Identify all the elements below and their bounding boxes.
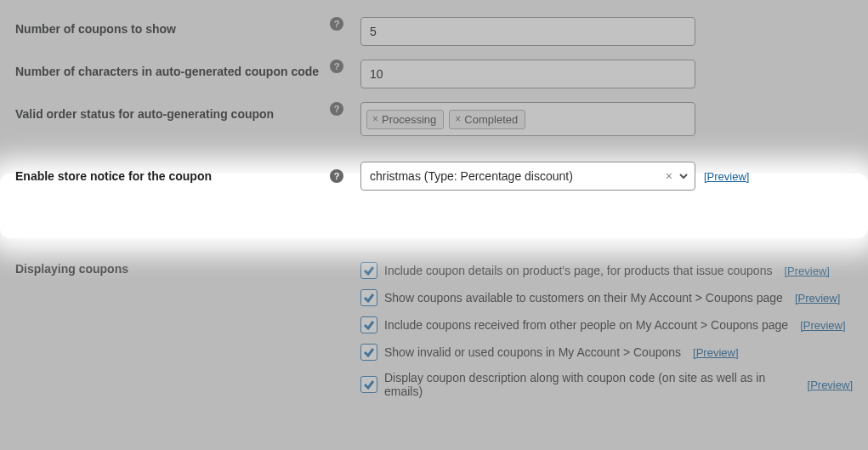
displaying-option-row: Show invalid or used coupons in My Accou… — [360, 339, 853, 366]
displaying-option-label: Include coupons received from other peop… — [384, 318, 788, 332]
help-icon[interactable]: ? — [330, 169, 343, 183]
num-chars-input[interactable] — [360, 60, 695, 88]
displaying-option-row: Include coupons received from other peop… — [360, 311, 853, 339]
displaying-option-label: Show coupons available to customers on t… — [384, 291, 783, 305]
status-tag[interactable]: ×Completed — [449, 110, 525, 129]
chevron-down-icon[interactable] — [678, 170, 689, 182]
label-store-notice: Enable store notice for the coupon — [15, 169, 212, 183]
status-tag[interactable]: ×Processing — [366, 110, 444, 129]
displaying-checkbox[interactable] — [360, 262, 377, 279]
store-notice-preview-link[interactable]: [Preview] — [704, 170, 749, 183]
help-icon[interactable]: ? — [330, 102, 343, 116]
remove-icon[interactable]: × — [455, 113, 461, 125]
store-notice-select[interactable]: christmas (Type: Percentage discount) × — [360, 162, 695, 191]
displaying-preview-link[interactable]: [Preview] — [693, 346, 738, 359]
displaying-option-row: Include coupon details on product's page… — [360, 257, 853, 284]
displaying-option-label: Include coupon details on product's page… — [384, 264, 772, 277]
displaying-option-row: Show coupons available to customers on t… — [360, 284, 853, 311]
displaying-option-label: Display coupon description along with co… — [384, 371, 796, 398]
label-valid-status: Valid order status for auto-generating c… — [15, 107, 274, 121]
displaying-checkbox[interactable] — [360, 316, 377, 333]
label-num-chars: Number of characters in auto-generated c… — [15, 65, 319, 78]
clear-icon[interactable]: × — [661, 169, 678, 183]
displaying-checkbox[interactable] — [360, 344, 377, 361]
label-displaying-coupons: Displaying coupons — [15, 262, 128, 276]
displaying-checkbox[interactable] — [360, 376, 377, 393]
store-notice-selected: christmas (Type: Percentage discount) — [370, 169, 661, 183]
valid-status-tagbox[interactable]: ×Processing ×Completed — [360, 102, 695, 136]
displaying-checkbox[interactable] — [360, 289, 377, 306]
displaying-option-label: Show invalid or used coupons in My Accou… — [384, 345, 681, 359]
help-icon[interactable]: ? — [330, 60, 343, 73]
label-num-coupons: Number of coupons to show — [15, 22, 176, 36]
displaying-preview-link[interactable]: [Preview] — [800, 319, 845, 332]
num-coupons-input[interactable] — [360, 17, 695, 46]
help-icon[interactable]: ? — [330, 17, 343, 31]
displaying-option-row: Display coupon description along with co… — [360, 366, 853, 403]
displaying-preview-link[interactable]: [Preview] — [808, 379, 853, 391]
displaying-preview-link[interactable]: [Preview] — [795, 292, 840, 305]
displaying-preview-link[interactable]: [Preview] — [784, 265, 829, 277]
remove-icon[interactable]: × — [372, 113, 378, 125]
